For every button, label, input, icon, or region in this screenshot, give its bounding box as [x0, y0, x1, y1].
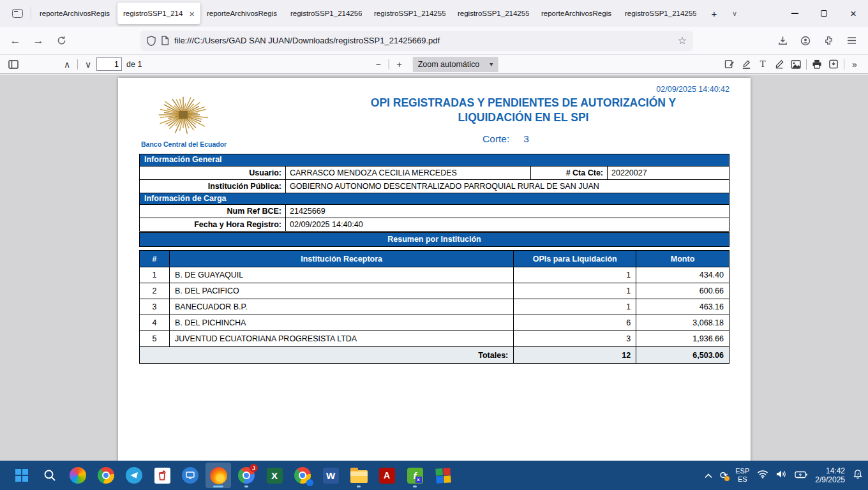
print-button[interactable]: [809, 57, 825, 72]
resumen-cell-name: JUVENTUD ECUATORIANA PROGRESISTA LTDA: [169, 331, 513, 347]
page-info-icon[interactable]: [161, 36, 169, 45]
volume-icon[interactable]: [776, 470, 787, 481]
sync-icon[interactable]: ⟳: [720, 470, 728, 481]
taskbar-firefox-icon[interactable]: [206, 463, 231, 488]
new-tab-button[interactable]: +: [705, 4, 723, 22]
tab-label: reporteArchivosRegis: [40, 10, 111, 17]
browser-window: reporteArchivosRegisregistroSSP1_214×rep…: [0, 0, 868, 490]
minimize-button[interactable]: [780, 0, 809, 27]
browser-tab[interactable]: reporteArchivosRegis: [535, 3, 618, 24]
wifi-icon[interactable]: [757, 470, 768, 481]
firefox-view-button[interactable]: [8, 4, 27, 23]
clock[interactable]: 14:42 2/9/2025: [815, 466, 845, 484]
taskbar-finance-app-icon[interactable]: fx: [402, 463, 428, 488]
taskbar-start-icon[interactable]: [9, 463, 34, 488]
taskbar-excel-icon[interactable]: X: [262, 463, 287, 488]
next-page-button[interactable]: ∨: [80, 57, 96, 72]
language-line2: ES: [735, 475, 749, 484]
list-all-tabs-button[interactable]: ∨: [726, 4, 744, 22]
browser-tab[interactable]: registroSSP1_214255: [368, 3, 451, 24]
url-text[interactable]: file:///C:/Users/GAD SAN JUAN/Downloads/…: [174, 36, 673, 45]
taskbar-chrome-alt-icon[interactable]: [290, 463, 315, 488]
resumen-cell-num: 4: [140, 315, 170, 331]
taskbar-copilot-icon[interactable]: [65, 463, 91, 488]
taskbar-blocks-app-icon[interactable]: [430, 463, 456, 488]
shield-icon[interactable]: [147, 36, 156, 46]
browser-tab[interactable]: registroSSP1_214255: [619, 3, 702, 24]
taskbar-explorer-icon[interactable]: [346, 463, 371, 488]
forward-button[interactable]: →: [28, 31, 49, 51]
taskbar-chrome-profile-icon[interactable]: J: [234, 463, 259, 488]
taskbar-chrome-icon[interactable]: [93, 463, 119, 488]
taskbar-items: JXWAfx: [9, 463, 456, 488]
page-number-input[interactable]: [96, 57, 122, 71]
highlight-tool-button[interactable]: [738, 57, 754, 72]
zoom-out-button[interactable]: −: [370, 57, 387, 72]
notifications-bell-icon[interactable]: z: [853, 469, 863, 482]
maximize-button[interactable]: [809, 0, 839, 27]
resumen-cell-monto: 600.66: [636, 283, 730, 299]
fecha-registro-value: 02/09/2025 14:40:40: [286, 218, 729, 231]
pdf-viewport[interactable]: 02/09/2025 14:40:42 Banco Central del Ec…: [0, 75, 868, 461]
toolbar-separator: [844, 59, 844, 70]
bookmark-star-icon[interactable]: ☆: [678, 34, 687, 47]
browser-tab[interactable]: registroSSP1_214256: [285, 3, 368, 24]
menu-button[interactable]: [841, 31, 862, 51]
totals-label: Totales:: [140, 347, 514, 364]
totals-monto: 6,503.06: [636, 347, 730, 364]
bce-logo: Banco Central del Ecuador: [141, 91, 227, 148]
text-tool-button[interactable]: T: [754, 57, 771, 72]
url-bar[interactable]: file:///C:/Users/GAD SAN JUAN/Downloads/…: [140, 31, 693, 51]
resumen-cell-num: 1: [140, 267, 170, 283]
taskbar-telegram-icon[interactable]: [121, 463, 147, 488]
taskbar-acrobat-icon[interactable]: A: [374, 463, 400, 488]
pdf-page: 02/09/2025 14:40:42 Banco Central del Ec…: [118, 78, 751, 461]
page-count-label: de 1: [126, 60, 142, 69]
resumen-row: 2B. DEL PACIFICO1600.66: [140, 283, 730, 299]
back-button[interactable]: ←: [5, 31, 26, 51]
battery-icon[interactable]: [795, 470, 807, 481]
taskbar-remote-desktop-icon[interactable]: [177, 463, 203, 488]
cta-cte-value: 20220027: [608, 167, 729, 179]
institucion-label: Institución Pública:: [140, 180, 286, 193]
hidden-icons-button[interactable]: [705, 470, 712, 481]
close-button[interactable]: ×: [839, 0, 868, 27]
reload-button[interactable]: [51, 31, 71, 51]
taskbar-search-icon[interactable]: [37, 463, 63, 488]
fecha-registro-row: Fecha y Hora Registro: 02/09/2025 14:40:…: [140, 218, 729, 231]
browser-tab[interactable]: registroSSP1_214×: [117, 3, 200, 24]
taskbar-word-icon[interactable]: W: [318, 463, 343, 488]
status-badge: [306, 479, 313, 486]
usuario-value: CARRASCO MENDOZA CECILIA MERCEDES: [286, 167, 531, 179]
downloads-button[interactable]: [772, 31, 793, 51]
toolbar-separator: [77, 59, 78, 70]
browser-tab[interactable]: reporteArchivosRegis: [201, 3, 284, 24]
report-title: OPI REGISTRADAS Y PENDIENTES DE AUTORIZA…: [332, 96, 715, 125]
account-button[interactable]: [795, 31, 816, 51]
sidebar-toggle-button[interactable]: [5, 57, 22, 72]
extensions-button[interactable]: [818, 31, 839, 51]
report-title-line1: OPI REGISTRADAS Y PENDIENTES DE AUTORIZA…: [332, 96, 715, 110]
signature-tool-button[interactable]: [721, 57, 738, 72]
tab-label: registroSSP1_214: [123, 10, 187, 17]
zoom-select[interactable]: Zoom automático ▾: [413, 57, 498, 72]
taskbar-recycle-app-icon[interactable]: [149, 463, 175, 488]
browser-tab[interactable]: reporteArchivosRegis: [34, 3, 117, 24]
image-tool-button[interactable]: [788, 57, 804, 72]
language-indicator[interactable]: ESP ES: [735, 467, 749, 484]
resumen-cell-opis: 6: [514, 315, 636, 331]
notification-badge: J: [250, 464, 258, 472]
browser-tab[interactable]: registroSSP1_214255: [452, 3, 535, 24]
zoom-in-button[interactable]: +: [391, 57, 408, 72]
resumen-cell-monto: 434.40: [636, 267, 730, 283]
previous-page-button[interactable]: ∧: [59, 57, 75, 72]
resumen-row: 5JUVENTUD ECUATORIANA PROGRESISTA LTDA31…: [140, 331, 730, 347]
sync-status-dot: [724, 476, 730, 481]
save-button[interactable]: [825, 57, 842, 72]
more-tools-button[interactable]: »: [846, 57, 863, 72]
institucion-row: Institución Pública: GOBIERNO AUTONOMO D…: [140, 179, 729, 193]
draw-tool-button[interactable]: [771, 57, 788, 72]
resumen-cell-name: BANECUADOR B.P.: [169, 299, 513, 315]
taskbar: JXWAfx ⟳ ESP ES 14:42 2/9/2025: [0, 461, 868, 490]
tab-close-icon[interactable]: ×: [189, 9, 195, 19]
